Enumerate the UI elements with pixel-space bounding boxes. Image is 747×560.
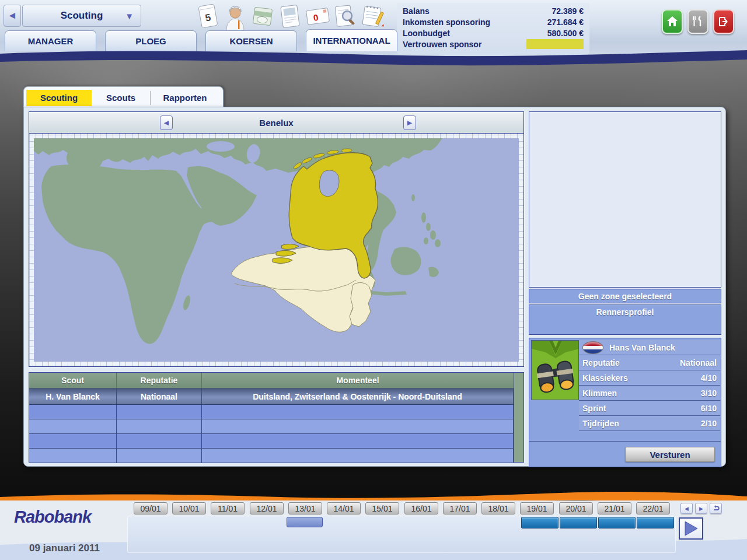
home-icon xyxy=(666,15,679,28)
screen-dropdown[interactable]: Scouting ▼ xyxy=(22,5,141,27)
scheduled-block xyxy=(560,517,597,528)
column-reputatie: Reputatie xyxy=(117,373,202,388)
tab-scouts[interactable]: Scouts xyxy=(92,90,150,106)
finance-row: Inkomsten sponsoring 271.684 € xyxy=(403,16,584,27)
current-date: 09 januari 2011 xyxy=(29,542,100,554)
rennersprofiel-button[interactable]: Rennersprofiel xyxy=(529,304,721,335)
date-button[interactable]: 15/01 xyxy=(365,502,399,514)
screen-dropdown-label: Scouting xyxy=(61,10,103,22)
date-button[interactable]: 21/01 xyxy=(598,502,631,514)
money-icon[interactable] xyxy=(249,1,276,32)
scout-table: Scout Reputatie Momenteel H. Van Blanck … xyxy=(29,372,524,463)
scout-avatar xyxy=(531,340,579,400)
scheduled-block xyxy=(637,517,674,528)
play-icon xyxy=(683,520,699,537)
tab-scouting[interactable]: Scouting xyxy=(26,90,92,106)
scout-name: Hans Van Blanck xyxy=(609,343,675,352)
cyclist-icon[interactable] xyxy=(222,1,249,32)
stat-row: Klimmen3/10 xyxy=(579,386,720,401)
scout-info: Hans Van Blanck ReputatieNationaal Klass… xyxy=(579,340,720,431)
table-row[interactable] xyxy=(29,434,514,449)
scouting-panel: Benelux ◀ ▶ xyxy=(23,107,726,467)
scout-name-row: Hans Van Blanck xyxy=(579,340,720,355)
date-button[interactable]: 20/01 xyxy=(559,502,593,514)
table-row-selected[interactable]: H. Van Blanck Nationaal Duitsland, Zwits… xyxy=(29,388,514,405)
return-icon xyxy=(713,505,720,512)
tools-icon xyxy=(692,15,704,28)
date-button[interactable]: 12/01 xyxy=(250,502,284,514)
previous-zone-button[interactable]: ◀ xyxy=(160,116,173,130)
table-row[interactable] xyxy=(29,419,514,434)
date-button[interactable]: 16/01 xyxy=(404,502,438,514)
map-frame xyxy=(29,134,523,366)
table-row[interactable] xyxy=(29,449,514,463)
card-separator xyxy=(529,441,721,442)
timeline-day-marker xyxy=(287,517,323,527)
column-scout: Scout xyxy=(29,373,117,388)
zone-title: Benelux xyxy=(29,112,523,134)
toolbar-icons: 5 xyxy=(194,1,386,32)
stat-row: Sprint6/10 xyxy=(579,401,720,416)
navy-divider-wave xyxy=(0,48,747,71)
timeline-next-button[interactable]: ▶ xyxy=(695,503,707,514)
mail-icon[interactable]: 0 xyxy=(304,1,331,32)
calendar-icon[interactable]: 5 xyxy=(194,1,221,32)
benelux-zone-map[interactable] xyxy=(34,138,519,362)
date-button[interactable]: 17/01 xyxy=(443,502,477,514)
date-button[interactable]: 09/01 xyxy=(134,502,167,514)
newspaper-icon[interactable] xyxy=(277,1,303,32)
scheduled-block xyxy=(521,517,558,528)
zone-header: Benelux ◀ ▶ xyxy=(29,112,523,134)
finance-row: Balans 72.389 € xyxy=(403,5,584,16)
exit-icon xyxy=(717,15,730,28)
rabobank-logo: Rabobank xyxy=(14,508,91,527)
left-arrow-icon: ◄ xyxy=(8,10,18,22)
date-button[interactable]: 19/01 xyxy=(520,502,554,514)
versturen-button[interactable]: Versturen xyxy=(625,447,715,462)
timeline-prev-button[interactable]: ◀ xyxy=(680,503,693,514)
next-zone-button[interactable]: ▶ xyxy=(403,116,416,130)
date-button[interactable]: 22/01 xyxy=(636,502,670,514)
table-row[interactable] xyxy=(29,405,514,419)
search-report-icon[interactable] xyxy=(331,1,358,32)
date-button[interactable]: 14/01 xyxy=(327,502,361,514)
game-window: ◄ Scouting ▼ 5 xyxy=(0,0,747,560)
stat-row: Klassiekers4/10 xyxy=(579,370,720,386)
table-scrollbar[interactable] xyxy=(514,373,523,462)
bottom-bar: Rabobank 09 januari 2011 09/01 10/01 11/… xyxy=(0,501,747,560)
tab-rapporten[interactable]: Rapporten xyxy=(151,90,219,106)
zone-preview-box xyxy=(529,111,721,288)
date-button[interactable]: 11/01 xyxy=(211,502,245,514)
zone-status: Geen zone geselecteerd xyxy=(529,289,721,303)
chevron-down-icon: ▼ xyxy=(125,11,134,21)
continue-button[interactable] xyxy=(679,517,703,540)
stat-row: Tijdrijden2/10 xyxy=(579,416,720,431)
timeline-reset-button[interactable] xyxy=(710,503,722,514)
scheduled-block xyxy=(598,517,636,528)
date-button[interactable]: 13/01 xyxy=(288,502,322,514)
date-button[interactable]: 10/01 xyxy=(172,502,206,514)
sub-tab-bar: Scouting Scouts Rapporten xyxy=(23,86,224,108)
date-button[interactable]: 18/01 xyxy=(481,502,515,514)
netherlands-flag-icon xyxy=(582,341,603,354)
back-button[interactable]: ◄ xyxy=(4,5,21,27)
table-header-row: Scout Reputatie Momenteel xyxy=(29,373,514,388)
notes-icon[interactable] xyxy=(359,1,386,32)
scout-profile-card: Hans Van Blanck ReputatieNationaal Klass… xyxy=(529,338,721,467)
column-momenteel: Momenteel xyxy=(202,373,514,388)
stat-row: ReputatieNationaal xyxy=(579,355,720,370)
zone-map-panel: Benelux ◀ ▶ xyxy=(29,111,524,367)
